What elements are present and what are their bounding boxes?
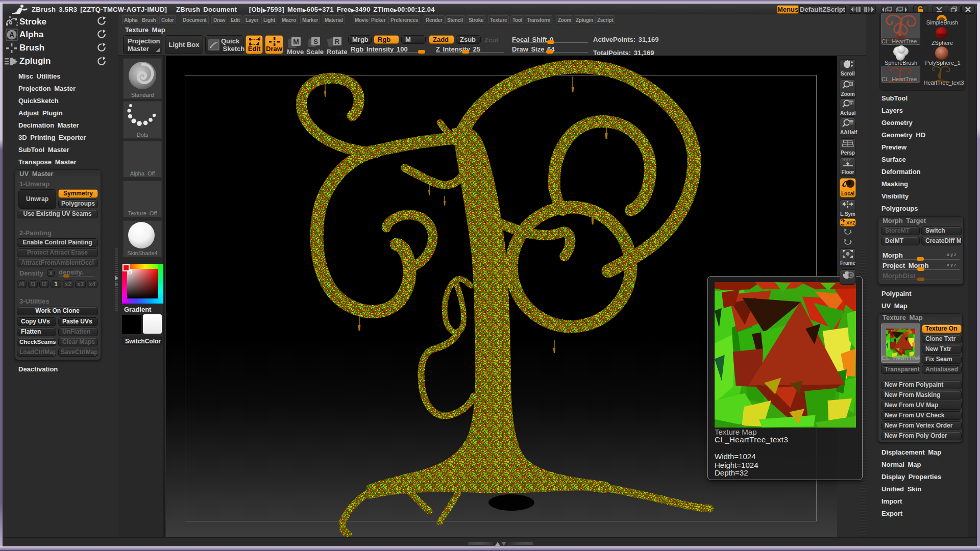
- svg-text:M: M: [293, 38, 299, 46]
- svg-text:x y z: x y z: [843, 158, 851, 162]
- svg-text:R: R: [335, 38, 340, 45]
- svg-text:S: S: [313, 38, 318, 45]
- svg-text:z: z: [850, 230, 852, 233]
- svg-text:A: A: [9, 31, 14, 39]
- svg-text:y: y: [850, 240, 852, 244]
- svg-text:XYZ: XYZ: [846, 220, 855, 226]
- svg-text:x1: x1: [849, 101, 853, 106]
